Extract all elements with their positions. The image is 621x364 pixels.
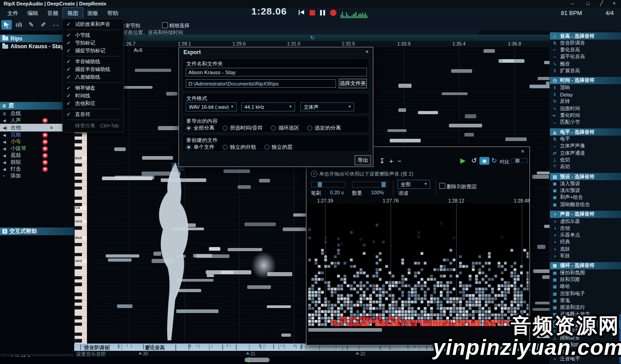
section-header[interactable]: ▦循环 - 选择音符 (550, 262, 621, 269)
skip-start-button[interactable] (299, 10, 304, 15)
menu-item-1[interactable]: 文件 (3, 8, 23, 19)
harmonics-dropdown[interactable]: 全部▼ (397, 180, 430, 189)
loop-icon[interactable]: ↻ (310, 35, 315, 41)
contrast-slider[interactable] (511, 158, 528, 163)
sidebar-item[interactable]: ▦雷鬼 (550, 297, 621, 304)
view-menu-item[interactable]: ✓半音辅助线 (63, 58, 123, 66)
pen-tool[interactable]: ✐ (38, 20, 49, 30)
sidebar-item[interactable]: ⊥低切 (550, 157, 621, 163)
record-button[interactable] (330, 10, 336, 16)
sidebar-item[interactable]: ◑虚拟乐器 (550, 218, 621, 225)
menu-item-6[interactable]: 帮助 (103, 8, 123, 19)
sidebar-item[interactable]: ▦浩室和电子 (550, 290, 621, 297)
sidebar-item[interactable]: ─扁平化音高 (550, 53, 621, 60)
view-menu-item[interactable]: ✓直音符 (63, 111, 123, 118)
mute-badge[interactable]: M (42, 167, 48, 172)
fine-select-checkbox[interactable] (162, 22, 168, 28)
sidebar-item[interactable]: ◑军鼓 (550, 253, 621, 259)
zoom-out-icon[interactable]: − (397, 157, 402, 165)
mute-badge[interactable]: M (42, 160, 48, 165)
section-header[interactable]: ♪音高 - 选择音符 (550, 32, 621, 40)
export-close-button[interactable]: × (364, 49, 370, 55)
time-signature[interactable]: 4/4 (606, 10, 614, 16)
mute-badge[interactable]: M (42, 139, 48, 145)
layer-底鼓[interactable]: ◀底鼓M (0, 152, 74, 159)
sidebar-item[interactable]: ▣和声+组合 (550, 194, 621, 201)
amount-slider-thumb[interactable] (382, 182, 386, 187)
channels-dropdown[interactable]: 立体声▼ (300, 102, 354, 111)
export-content-option[interactable]: 所选时间/音符 (223, 125, 263, 131)
view-menu-item[interactable]: ✓试听效果和声音 (63, 20, 123, 28)
export-files-option[interactable]: 单个文件 (186, 144, 214, 151)
sidebar-item[interactable]: ∿颤音 (550, 61, 621, 67)
maximize-button[interactable]: □ (583, 0, 593, 7)
minimize-button[interactable]: – (567, 0, 577, 7)
stop-button[interactable] (310, 10, 315, 15)
layer-吉他[interactable]: ◀)吉他S (0, 124, 63, 131)
layer-小号[interactable]: ◀小号M (0, 138, 74, 145)
sidebar-item[interactable]: ▣淡出预设 (550, 187, 621, 194)
sidebar-item[interactable]: ⇕扩展音高 (550, 67, 621, 74)
section-header[interactable]: ◑声音 - 选择音符 (550, 211, 621, 218)
brush-slider[interactable] (311, 182, 346, 187)
format-dropdown[interactable]: WAV 16-bit (.wav)▼ (186, 102, 237, 111)
join-tool[interactable]: →← (51, 20, 61, 30)
edit-mode-icon[interactable]: ╱ (596, 0, 606, 7)
refresh-button[interactable]: ↻ (491, 157, 497, 165)
help-header[interactable]: i 交互式帮助 (0, 228, 74, 235)
spectrogram-scrollbar[interactable] (308, 328, 382, 332)
view-menu-item[interactable]: ✓八度辅助线 (63, 73, 123, 81)
bpm-display[interactable]: 81 BPM (561, 10, 582, 16)
sidebar-item[interactable]: ⊤高切 (550, 163, 621, 170)
close-button[interactable]: × (609, 0, 619, 7)
download-icon[interactable]: ↧ (379, 157, 385, 165)
export-files-option[interactable]: 独立的层 (265, 144, 293, 151)
add-layer-button[interactable]: +添加 (0, 172, 74, 179)
mute-badge[interactable]: M (42, 132, 48, 138)
export-content-option[interactable]: 循环选区 (271, 125, 299, 131)
sidebar-item[interactable]: ▣混响颤音组合 (550, 201, 621, 208)
export-content-option[interactable]: 选定的分离 (307, 125, 341, 131)
view-menu-footer[interactable]: 转变分离Ctrl+Tab (63, 121, 123, 130)
pause-button[interactable] (320, 10, 325, 15)
sidebar-item[interactable]: ▦慢拍和氛围 (550, 269, 621, 276)
sidebar-item[interactable]: ◑吉他 (550, 225, 621, 232)
mute-badge[interactable]: M (42, 153, 48, 158)
view-menu-item[interactable]: ✓节拍标记 (63, 39, 123, 47)
sidebar-item[interactable]: ◑乐器单点 (550, 232, 621, 238)
sidebar-item[interactable]: ↔立体声声像 (550, 142, 621, 149)
mute-badge[interactable]: M (42, 146, 48, 152)
sidebar-item[interactable]: ‖混响 (550, 84, 621, 91)
sidebar-item[interactable]: ↔匹配小节 (550, 119, 621, 126)
menu-item-4[interactable]: 视图 (63, 8, 83, 19)
sidebar-item[interactable]: ▦摇滚和流行 (550, 304, 621, 311)
section-header[interactable]: ◭电平 - 选择音符 (550, 128, 621, 136)
amount-slider[interactable] (352, 182, 387, 187)
sidebar-item[interactable]: ⇄立体声通道 (550, 149, 621, 156)
layer-小提琴[interactable]: ◀小提琴M (0, 145, 74, 152)
solo-badge[interactable]: S (49, 125, 54, 131)
section-header[interactable]: ◷时间 - 选择音符 (550, 77, 621, 84)
vocal-blob-shape[interactable] (150, 160, 200, 342)
sidebar-item[interactable]: ▦嘻哈 (550, 283, 621, 290)
erase-close-button[interactable]: × (519, 148, 526, 155)
sidebar-item[interactable]: ↻反转 (550, 98, 621, 105)
layer-贝斯[interactable]: ◀贝斯M (0, 131, 74, 138)
sidebar-item[interactable]: ▣淡入预设 (550, 180, 621, 187)
sidebar-item[interactable]: ▦鼓和贝斯 (550, 276, 621, 283)
waveform-tool[interactable]: ıılı (14, 20, 24, 30)
play-button[interactable]: ▶ (460, 157, 466, 165)
contrast-slider-thumb[interactable] (515, 159, 519, 162)
view-menu-item[interactable]: ✓钢琴键盘 (63, 84, 123, 92)
audio-blob-shape[interactable] (251, 252, 276, 279)
layer-鼓组[interactable]: ◀鼓组M (0, 159, 74, 166)
mute-badge[interactable]: M (42, 118, 48, 123)
sidebar-item[interactable]: ◑经典 (550, 238, 621, 245)
choose-folder-button[interactable]: 选择文件夹 (339, 79, 367, 88)
layer-打击[interactable]: ◀打击M (0, 166, 74, 172)
eye-toggle-button[interactable]: ◉ (479, 157, 489, 165)
pencil-tool[interactable]: ✎ (26, 20, 36, 30)
view-menu-item[interactable]: ✓吉他和弦 (63, 100, 123, 107)
menu-item-2[interactable]: 编辑 (23, 8, 43, 19)
samplerate-dropdown[interactable]: 44.1 kHz▼ (241, 102, 295, 111)
